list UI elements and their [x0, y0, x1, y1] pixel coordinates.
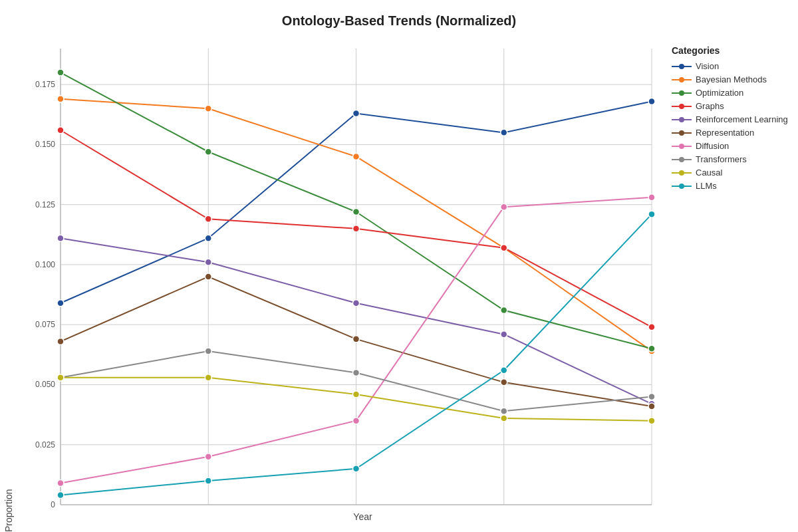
legend-item: Diffusion — [672, 141, 791, 151]
data-point — [501, 307, 507, 314]
data-point — [648, 194, 655, 201]
data-point — [205, 273, 211, 280]
data-point — [648, 98, 655, 104]
data-point — [501, 129, 507, 136]
legend-item: Representation — [672, 128, 791, 138]
legend-label: LLMs — [696, 181, 717, 191]
svg-text:0: 0 — [51, 500, 55, 509]
data-point — [353, 110, 360, 116]
svg-text:0.025: 0.025 — [35, 440, 55, 450]
data-point — [205, 454, 211, 460]
data-point — [501, 331, 507, 338]
data-point — [648, 324, 655, 331]
legend-label: Causal — [696, 168, 722, 178]
svg-wrapper: 00.0250.0500.0750.1000.1250.1500.1752020… — [21, 35, 665, 532]
data-point — [501, 245, 507, 251]
data-point — [353, 225, 360, 232]
legend-items: VisionBayesian MethodsOptimizationGraphs… — [672, 61, 791, 194]
data-point — [57, 480, 64, 487]
legend-label: Diffusion — [696, 141, 729, 151]
data-point — [648, 394, 655, 400]
data-point — [648, 418, 655, 424]
data-point — [205, 215, 211, 222]
legend-item: Bayesian Methods — [672, 74, 791, 84]
data-point — [205, 348, 211, 354]
legend-item: Causal — [672, 168, 791, 178]
data-point — [57, 127, 64, 134]
data-point — [205, 235, 211, 241]
svg-text:0.100: 0.100 — [35, 260, 55, 269]
data-point — [205, 374, 211, 381]
legend-label: Graphs — [696, 101, 724, 111]
legend-item: Transformers — [672, 154, 791, 164]
y-axis-label: Proportion — [0, 35, 21, 532]
data-point — [648, 211, 655, 217]
data-point — [353, 466, 360, 472]
data-point — [501, 408, 507, 414]
data-point — [57, 96, 64, 102]
data-point — [57, 300, 64, 307]
legend-label: Optimization — [696, 88, 743, 98]
data-point — [57, 492, 64, 499]
data-point — [353, 209, 360, 215]
data-point — [353, 300, 360, 307]
data-point — [353, 418, 360, 424]
data-point — [501, 203, 507, 210]
svg-text:0.050: 0.050 — [35, 380, 55, 389]
legend-label: Transformers — [696, 154, 747, 164]
chart-title: Ontology-Based Trends (Normalized) — [282, 13, 516, 29]
data-point — [501, 367, 507, 374]
data-point — [205, 105, 211, 112]
legend-item: Vision — [672, 61, 791, 71]
data-point — [205, 148, 211, 155]
data-point — [353, 391, 360, 398]
legend-item: LLMs — [672, 181, 791, 191]
data-point — [57, 69, 64, 76]
legend-title: Categories — [672, 45, 791, 56]
data-point — [205, 477, 211, 484]
legend-label: Representation — [696, 128, 754, 138]
x-axis-label: Year — [21, 511, 665, 532]
legend-label: Vision — [696, 61, 719, 71]
data-point — [205, 259, 211, 265]
legend-label: Bayesian Methods — [696, 74, 767, 84]
chart-area: Proportion 00.0250.0500.0750.1000.1250.1… — [0, 35, 798, 532]
legend-item: Reinforcement Learning — [672, 114, 791, 124]
data-point — [501, 415, 507, 422]
data-point — [353, 336, 360, 342]
svg-text:0.075: 0.075 — [35, 320, 55, 329]
chart-svg: 00.0250.0500.0750.1000.1250.1500.1752020… — [21, 35, 665, 511]
svg-text:0.150: 0.150 — [35, 140, 55, 149]
data-point — [57, 235, 64, 241]
data-point — [648, 345, 655, 352]
chart-container: Ontology-Based Trends (Normalized) Propo… — [0, 0, 798, 532]
data-point — [57, 338, 64, 344]
data-point — [353, 369, 360, 376]
legend-panel: Categories VisionBayesian MethodsOptimiz… — [665, 35, 798, 532]
data-point — [501, 379, 507, 386]
legend-item: Graphs — [672, 101, 791, 111]
svg-text:0.175: 0.175 — [35, 80, 55, 89]
data-point — [57, 374, 64, 381]
legend-label: Reinforcement Learning — [696, 114, 788, 124]
data-point — [353, 153, 360, 160]
svg-text:0.125: 0.125 — [35, 200, 55, 209]
data-point — [648, 403, 655, 410]
legend-item: Optimization — [672, 88, 791, 98]
